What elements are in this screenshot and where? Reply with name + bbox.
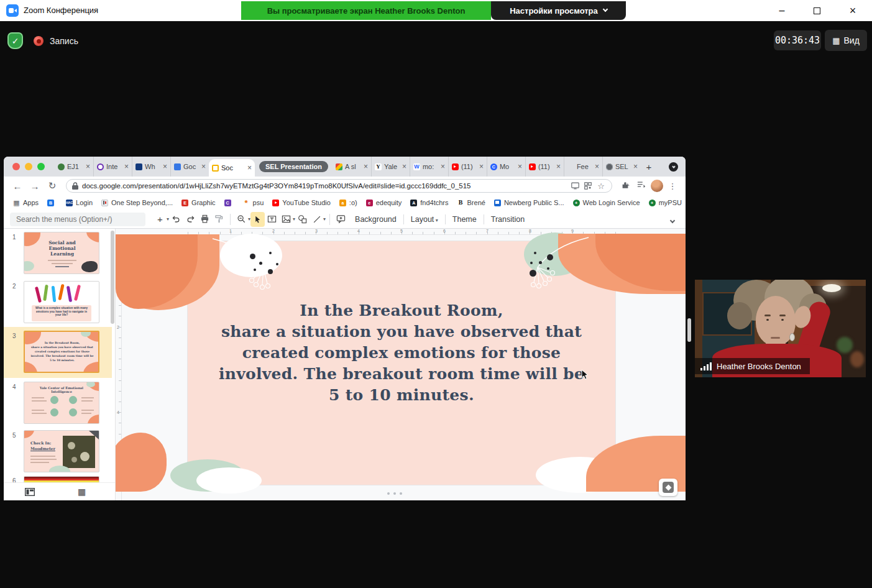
tab-group-label[interactable]: SEL Presentation (259, 161, 328, 172)
browser-tab[interactable]: Inte× (93, 157, 132, 177)
layout-button[interactable]: Layout ▾ (404, 215, 445, 224)
browser-tab[interactable]: Fee× (564, 157, 602, 177)
address-bar[interactable]: docs.google.com/presentation/d/1wHjLliZs… (66, 179, 612, 193)
browser-tab[interactable]: CMo× (487, 157, 525, 177)
new-tab-button[interactable]: + (641, 162, 657, 172)
bookmark-item[interactable]: C (220, 195, 239, 210)
reading-list-icon[interactable] (635, 181, 648, 191)
slide-thumbnail-4[interactable]: Yale Center of Emotional Intelligence (24, 382, 99, 424)
tab-close-icon[interactable]: × (441, 162, 445, 171)
background-button[interactable]: Background (348, 215, 403, 224)
menu-search-input[interactable] (10, 213, 145, 226)
thumb-text-line (32, 410, 44, 411)
select-tool-button[interactable] (250, 212, 265, 227)
slide-thumbnail-5[interactable]: Check In: Moodmeter (24, 430, 99, 472)
reload-button[interactable]: ↻ (45, 180, 60, 191)
transition-button[interactable]: Transition (484, 215, 531, 224)
bookmark-item[interactable]: One Step Beyond,... (97, 195, 177, 210)
tab-close-icon[interactable]: × (201, 162, 206, 171)
bookmark-item[interactable]: eedequity (362, 195, 406, 210)
edequity-icon: e (366, 200, 373, 206)
mac-close-light[interactable] (12, 163, 20, 170)
window-close-button[interactable]: × (845, 4, 860, 17)
extensions-puzzle-icon[interactable] (618, 181, 632, 191)
profile-avatar[interactable] (651, 180, 663, 192)
browser-tab-active[interactable]: Soc× (209, 159, 255, 177)
text-box-button[interactable] (265, 212, 279, 227)
panel-resize-handle[interactable] (687, 318, 691, 342)
browser-tab[interactable]: (11)× (448, 157, 487, 177)
slide-thumbnail-1[interactable]: Social and Emotional Learning (24, 232, 99, 274)
toolbar-collapse-button[interactable] (665, 214, 674, 225)
browser-tab[interactable]: A sl× (333, 157, 371, 177)
tab-close-icon[interactable]: × (595, 162, 599, 171)
browser-tab[interactable]: YYale× (371, 157, 410, 177)
tab-close-icon[interactable]: × (124, 162, 129, 171)
bookmark-item[interactable]: +myPSU (645, 195, 686, 210)
redo-button[interactable] (183, 212, 198, 227)
bookmark-item[interactable]: +Web Login Service (569, 195, 645, 210)
paint-format-button[interactable] (212, 212, 226, 227)
browser-tab[interactable]: Wh× (132, 157, 170, 177)
bookmark-item[interactable]: HACLogin (62, 195, 97, 210)
tab-close-icon[interactable]: × (247, 163, 252, 172)
browser-tab[interactable]: (11)× (525, 157, 564, 177)
tab-close-icon[interactable]: × (633, 162, 638, 171)
browser-tab[interactable]: Goc× (170, 157, 209, 177)
mac-zoom-light[interactable] (37, 163, 45, 170)
browser-tab[interactable]: SEL× (602, 157, 641, 177)
line-dropdown-icon[interactable]: ▾ (323, 216, 326, 222)
view-settings-button[interactable]: Настройки просмотра (491, 1, 626, 20)
print-button[interactable] (198, 212, 212, 227)
tab-close-icon[interactable]: × (86, 162, 90, 171)
chevron-down-icon (603, 7, 608, 12)
insert-image-button[interactable] (279, 212, 293, 227)
filmstrip-view-button[interactable] (25, 488, 35, 496)
forward-button[interactable]: → (27, 181, 42, 191)
insert-comment-button[interactable] (334, 212, 348, 227)
mac-minimize-light[interactable] (25, 163, 32, 170)
grid-view-button[interactable]: ▦ (78, 487, 86, 496)
tab-close-icon[interactable]: × (518, 162, 522, 171)
explore-button[interactable] (659, 479, 677, 496)
slide-text-box[interactable]: In the Breakout Room, share a situation … (196, 300, 607, 406)
tab-close-icon[interactable]: × (163, 162, 167, 171)
slide-thumbnail-3-selected[interactable]: In the Breakout Room, share a situation … (24, 331, 99, 373)
bookmark-item[interactable]: YouTube Studio (268, 195, 334, 210)
bookmark-item[interactable]: Newberg Public S... (490, 195, 569, 210)
insert-line-button[interactable] (310, 212, 324, 227)
add-slide-button[interactable]: + (153, 212, 167, 227)
tab-close-icon[interactable]: × (556, 162, 561, 171)
zoom-out-button[interactable] (234, 212, 249, 227)
participant-video-tile[interactable]: Heather Brooks Denton (695, 280, 866, 377)
window-maximize-button[interactable] (809, 4, 824, 17)
window-minimize-button[interactable]: – (774, 4, 789, 17)
tab-close-icon[interactable]: × (479, 162, 484, 171)
tab-search-button[interactable] (669, 162, 678, 172)
filmstrip-scrollbar[interactable] (111, 231, 114, 324)
speaker-notes-handle[interactable] (387, 492, 402, 495)
bookmark-apps[interactable]: ▦Apps (9, 195, 43, 210)
qr-grid-icon[interactable] (584, 181, 592, 190)
thumb-text-line (30, 462, 49, 463)
bookmark-item[interactable]: Afnd4tchrs (406, 195, 452, 210)
tab-close-icon[interactable]: × (364, 162, 368, 171)
cast-icon[interactable] (571, 181, 580, 190)
bookmark-star-icon[interactable]: ☆ (596, 181, 606, 191)
bookmark-item[interactable]: BBrené (453, 195, 490, 210)
browser-menu-icon[interactable]: ⋮ (666, 181, 679, 191)
bookmark-item[interactable]: B (43, 195, 62, 210)
bookmark-item[interactable]: a:o) (335, 195, 362, 210)
slide-thumbnail-2[interactable]: What is a complex situation with many em… (24, 281, 99, 323)
insert-shape-button[interactable] (295, 212, 310, 227)
browser-tab[interactable]: Wmo:× (410, 157, 448, 177)
bookmark-item[interactable]: EGraphic (177, 195, 220, 210)
security-shield-icon[interactable]: ✓ (7, 32, 23, 49)
bookmark-item[interactable]: *psu (239, 195, 268, 210)
tab-close-icon[interactable]: × (402, 162, 406, 171)
back-button[interactable]: ← (10, 181, 25, 191)
browser-tab[interactable]: EJ1× (55, 157, 93, 177)
view-layout-button[interactable]: ▦ Вид (825, 30, 867, 51)
undo-button[interactable] (169, 212, 183, 227)
theme-button[interactable]: Theme (446, 215, 484, 224)
